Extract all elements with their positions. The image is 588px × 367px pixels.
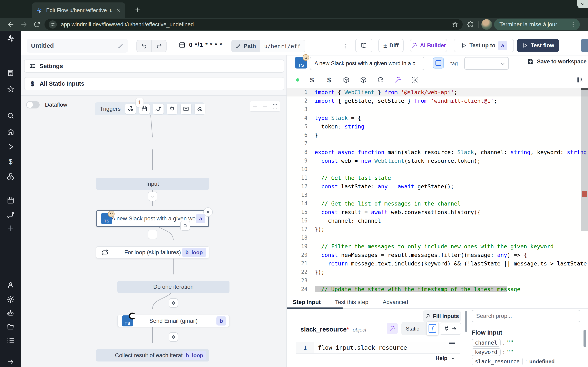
sidebar-item-home-icon[interactable]: [7, 128, 15, 136]
search-prop-input[interactable]: [472, 310, 580, 322]
module-action-button[interactable]: [180, 221, 190, 231]
extensions-puzzle-icon[interactable]: [467, 21, 475, 29]
code-line-17[interactable]: 17});: [287, 225, 588, 234]
library-icon[interactable]: [576, 76, 583, 83]
code-line-13[interactable]: 13: [287, 191, 588, 199]
back-icon[interactable]: [7, 21, 15, 28]
zoom-in-button[interactable]: [250, 101, 260, 111]
test-flow-button[interactable]: Test flow: [517, 39, 559, 52]
redo-button[interactable]: [152, 40, 166, 52]
code-line-23[interactable]: 23: [287, 276, 588, 285]
delete-node-button[interactable]: [203, 207, 213, 217]
gear-icon[interactable]: [411, 76, 419, 83]
draft-save-button[interactable]: Draft: [581, 39, 588, 52]
zoom-out-button[interactable]: [260, 101, 270, 111]
trigger-poll-icon[interactable]: [195, 104, 205, 114]
path-editor[interactable]: Path u/henri/eff: [231, 40, 305, 52]
editor-scrollbar[interactable]: [581, 88, 588, 296]
code-line-10[interactable]: 10: [287, 165, 588, 174]
node-collect-result[interactable]: Collect result of each iteration b_loop: [96, 349, 209, 361]
code-line-15[interactable]: 15 const result = await web.conversation…: [287, 208, 588, 216]
flow-input-prop-slack_resource[interactable]: slack_resource:undefined: [472, 357, 582, 366]
edit-pencil-icon[interactable]: [118, 43, 124, 49]
browser-tab[interactable]: Edit Flow u/henri/effective_un: [32, 2, 125, 18]
fill-inputs-button[interactable]: Fill inputs: [423, 310, 461, 322]
ai-builder-button[interactable]: AI Builder: [410, 39, 447, 52]
path-label-segment[interactable]: Path: [231, 40, 260, 52]
more-options-button[interactable]: [340, 40, 352, 52]
variables-dollar-icon[interactable]: $: [308, 76, 316, 83]
docs-button[interactable]: [355, 39, 372, 52]
package2-icon[interactable]: [360, 76, 367, 83]
tag-select[interactable]: [464, 57, 509, 70]
code-line-11[interactable]: 11 // Get the last state: [287, 174, 588, 182]
node-send-email[interactable]: TS Send Email (gmail) b: [117, 315, 229, 327]
all-static-inputs-row[interactable]: $ All Static Inputs: [24, 77, 284, 90]
trigger-webhook-icon[interactable]: [125, 104, 136, 114]
code-line-18[interactable]: 18: [287, 234, 588, 242]
trigger-route-icon[interactable]: [153, 104, 164, 114]
sidebar-item-calendar-icon[interactable]: [7, 196, 15, 205]
sidebar-item-building-icon[interactable]: [7, 69, 15, 77]
node-slack-script[interactable]: TS A new Slack post with a given wor... …: [96, 210, 209, 227]
code-line-19[interactable]: 19 // Filter the messages to only includ…: [287, 242, 588, 250]
insert-step-button[interactable]: [148, 230, 157, 239]
sidebar-item-folder-icon[interactable]: [7, 323, 15, 331]
test-up-to-button[interactable]: Test up to a: [454, 39, 514, 52]
code-line-4[interactable]: 4type Slack = {: [287, 114, 588, 122]
code-line-20[interactable]: 20 const newMessages = result.messages.f…: [287, 250, 588, 259]
sidebar-item-star-icon[interactable]: [7, 85, 15, 93]
sidebar-item-user-icon[interactable]: [7, 281, 15, 289]
fit-view-button[interactable]: [270, 101, 280, 111]
scrollbar-thumb[interactable]: [581, 90, 588, 231]
code-line-8[interactable]: 8export async function main(slack_resour…: [287, 148, 588, 156]
dataflow-toggle[interactable]: Dataflow: [26, 101, 67, 108]
forward-icon[interactable]: [20, 21, 28, 28]
schedule-button[interactable]: 0 */1 * * * *: [178, 41, 222, 49]
help-toggle[interactable]: Help: [435, 355, 456, 361]
connect-input-button[interactable]: [440, 323, 461, 335]
sidebar-item-play-icon[interactable]: [7, 143, 15, 151]
tab-test-this-step[interactable]: Test this step: [335, 299, 368, 305]
undo-button[interactable]: [137, 40, 151, 52]
code-line-7[interactable]: 7: [287, 139, 588, 148]
prop-pill[interactable]: slack_resource: [472, 358, 523, 365]
code-line-3[interactable]: 3: [287, 105, 588, 114]
expression-editor[interactable]: 1 flow_input.slack_resource: [296, 342, 460, 354]
diff-button[interactable]: ± Diff: [378, 39, 404, 52]
sidebar-item-arrowright-icon[interactable]: [7, 358, 15, 366]
flow-name-input[interactable]: Untitled: [27, 39, 128, 53]
reload-script-icon[interactable]: [377, 76, 384, 83]
flow-input-prop-channel[interactable]: channel:"": [472, 338, 582, 347]
flow-canvas[interactable]: Dataflow Triggers 1 Input TS A new Slack…: [21, 95, 287, 367]
code-line-24[interactable]: 24 // Update the state with the timestam…: [287, 285, 588, 293]
code-line-5[interactable]: 5 token: string: [287, 122, 588, 131]
sidebar-item-cubes-icon[interactable]: [7, 172, 15, 180]
code-line-1[interactable]: 1import { WebClient } from '@slack/web-a…: [287, 88, 588, 96]
code-line-2[interactable]: 2import { getState, setState } from 'win…: [287, 96, 588, 105]
reload-icon[interactable]: [33, 21, 41, 28]
code-line-14[interactable]: 14 // Get the list of messages in the ch…: [287, 199, 588, 208]
profile-avatar[interactable]: [481, 19, 492, 30]
package-icon[interactable]: [343, 76, 350, 83]
ai-wand-icon[interactable]: [394, 76, 401, 83]
triggers-bar[interactable]: Triggers 1: [95, 102, 204, 115]
code-line-16[interactable]: 16 channel: channel: [287, 216, 588, 225]
tab-advanced[interactable]: Advanced: [383, 299, 408, 305]
tab-step-input[interactable]: Step Input: [293, 299, 321, 305]
javascript-expr-button[interactable]: f: [426, 321, 439, 336]
left-pane-scrollbar[interactable]: [465, 311, 467, 332]
toggle-switch[interactable]: [26, 101, 40, 108]
trigger-mail-icon[interactable]: [181, 104, 191, 114]
sidebar-item-plus-icon[interactable]: [7, 224, 15, 232]
windmill-logo-icon[interactable]: [6, 34, 16, 44]
ai-fill-button[interactable]: [387, 323, 398, 334]
flow-settings-row[interactable]: Settings: [24, 59, 284, 73]
bookmark-star-icon[interactable]: [452, 21, 458, 28]
resources-dollar-icon[interactable]: $: [325, 76, 333, 83]
sidebar-item-list-icon[interactable]: [7, 337, 15, 345]
browser-menu-kebab-icon[interactable]: [570, 21, 576, 27]
node-do-one-iteration[interactable]: Do one iteration: [117, 281, 229, 293]
path-value[interactable]: u/henri/eff: [260, 40, 305, 52]
insert-step-button[interactable]: [169, 298, 178, 308]
